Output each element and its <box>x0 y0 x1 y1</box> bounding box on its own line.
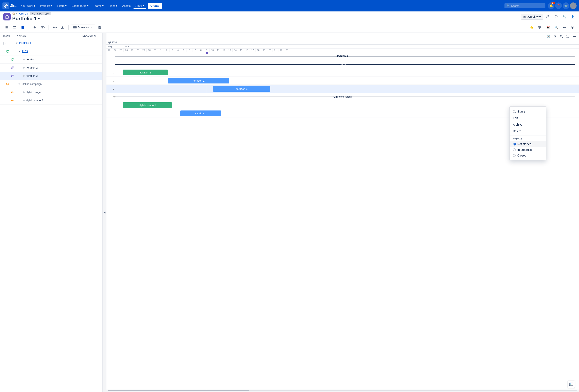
nav-apps[interactable]: Apps ▾ <box>134 3 146 9</box>
search-bar[interactable]: 🔍 Search <box>505 3 545 8</box>
collapse-button[interactable] <box>569 24 576 31</box>
gantt-scrollbar[interactable] <box>106 390 579 392</box>
item-name: Hybrid stage 1 <box>23 91 99 94</box>
view-list-button[interactable] <box>3 24 10 31</box>
gantt-bar-iter3[interactable]: Iteration 3 <box>213 86 270 92</box>
nav-filters[interactable]: Filters ▾ <box>55 3 69 9</box>
expand-icon[interactable]: ↑ <box>113 55 114 58</box>
gantt-zoom-in-button[interactable] <box>559 34 564 39</box>
gantt-bar-hybrid1[interactable]: Hybrid stage 1 <box>123 102 172 108</box>
ctx-delete[interactable]: Delete <box>509 128 546 134</box>
radio-in-progress <box>513 148 516 151</box>
gantt-day: 14 <box>233 49 238 52</box>
svg-rect-23 <box>99 27 101 28</box>
breadcrumb-bar: 🏠 / PORT-20 · NOT STARTED ▾ Portfolio 1 … <box>0 11 579 22</box>
gantt-more-button[interactable]: ••• <box>572 34 577 39</box>
tools-button[interactable]: 🔧 <box>561 13 568 20</box>
gantt-row-hybrid1: Hybrid stage 1 ↓ <box>106 101 579 109</box>
col-header-icon: ICON <box>3 34 15 37</box>
chevron-icon[interactable]: ▼ <box>18 50 20 53</box>
gantt-zoom-out-button[interactable] <box>552 34 558 39</box>
list-item[interactable]: Hybrid stage 2 <box>0 96 102 105</box>
item-link[interactable]: Portfolio 1 <box>19 42 31 45</box>
drop-icon[interactable]: ↓ <box>113 71 114 74</box>
overview-button[interactable]: ⊞ Overview ▾ <box>521 14 543 20</box>
item-label: Iteration 3 <box>26 74 38 77</box>
svg-rect-9 <box>14 26 16 27</box>
drop-icon-2[interactable]: ↓ <box>113 79 114 82</box>
gantt-fullscreen-button[interactable] <box>565 34 571 39</box>
item-dot <box>23 67 25 68</box>
toolbar: ▾ ▾ Essentials* ▾ ⭐ 📅 🔍 ••• <box>0 22 579 33</box>
sort-button[interactable]: ▾ <box>40 24 46 31</box>
list-item[interactable]: Hybrid stage 1 <box>0 88 102 96</box>
scrollbar-thumb[interactable] <box>108 390 249 392</box>
drag-icon[interactable]: ☜ <box>113 63 116 66</box>
export-button[interactable] <box>59 24 66 31</box>
chevron-icon[interactable]: ▼ <box>18 83 20 86</box>
nav-dashboards[interactable]: Dashboards ▾ <box>70 3 90 9</box>
col-header-name[interactable]: NAME <box>15 34 82 37</box>
ctx-status-in-progress[interactable]: In progress <box>509 147 546 153</box>
list-item[interactable]: ▼ Portfolio 1 <box>0 39 102 47</box>
list-item[interactable]: Iteration 2 <box>0 64 102 72</box>
list-item[interactable]: ▼ Online campaign <box>0 80 102 88</box>
drop-hybrid1[interactable]: ↓ <box>113 104 114 107</box>
ctx-edit[interactable]: Edit <box>509 115 546 121</box>
list-item[interactable]: Iteration 1 <box>0 56 102 64</box>
jira-logo[interactable]: Jira <box>2 2 16 9</box>
help-button[interactable]: ❓ <box>555 2 562 9</box>
status-badge[interactable]: NOT STARTED ▾ <box>30 12 51 15</box>
ctx-status-not-started[interactable]: Not started <box>509 141 546 147</box>
scrollbar-track <box>108 390 577 392</box>
item-link[interactable]: ALFA <box>22 50 28 53</box>
context-menu: Configure Edit Archive Delete STATUS Not… <box>509 106 546 160</box>
star-button[interactable]: ⭐ <box>528 24 535 31</box>
item-icon-iter2 <box>11 66 23 69</box>
people-button[interactable]: 👤 <box>569 13 576 20</box>
user-avatar[interactable] <box>570 2 577 9</box>
list-item[interactable]: ▼ ALFA <box>0 47 102 56</box>
filter-button[interactable] <box>536 24 543 31</box>
list-item[interactable]: Iteration 3 <box>0 72 102 80</box>
gantt-row-iter1: Iteration 1 ↓ <box>106 68 579 76</box>
ctx-configure[interactable]: Configure <box>509 108 546 115</box>
col-header-leader[interactable]: LEADER ⚙ <box>82 34 99 37</box>
gantt-bar-iter1[interactable]: Iteration 1 <box>123 69 168 75</box>
chevron-icon[interactable]: ▼ <box>15 42 18 45</box>
add-item-button[interactable] <box>31 24 38 31</box>
gantt-clock-button[interactable]: 🕐 <box>545 34 551 39</box>
drop-icon-3[interactable]: ↓ <box>113 87 114 90</box>
share-button[interactable] <box>545 13 551 20</box>
ctx-status-closed[interactable]: Closed <box>509 153 546 158</box>
mini-map-button[interactable] <box>568 381 575 388</box>
zoom-button[interactable]: 🔍 <box>553 24 559 31</box>
gantt-bar-hybrid2[interactable]: Hybrid s... <box>180 111 221 116</box>
gantt-bar-iter2[interactable]: Iteration 2 <box>168 78 229 83</box>
notifications-button[interactable]: 🔔 9+ <box>548 2 554 9</box>
essentials-button[interactable]: Essentials* ▾ <box>71 25 95 30</box>
calendar-button[interactable]: 📅 <box>545 24 551 31</box>
ctx-archive[interactable]: Archive <box>509 121 546 128</box>
info-button[interactable]: ⓘ <box>553 13 559 20</box>
view-options-button[interactable]: ▾ <box>51 24 58 31</box>
drop-hybrid2[interactable]: ↓ <box>113 112 114 115</box>
nav-plans[interactable]: Plans ▾ <box>106 3 120 9</box>
ctx-status-label: STATUS <box>509 136 546 141</box>
panel-collapse-button[interactable]: ◀ <box>102 33 106 392</box>
save-view-button[interactable] <box>97 24 103 31</box>
nav-projects[interactable]: Projects ▾ <box>38 3 54 9</box>
portfolio-title[interactable]: Portfolio 1 ▾ <box>12 16 51 21</box>
more-button[interactable]: ••• <box>561 24 568 31</box>
project-link[interactable]: PORT-20 <box>18 12 28 15</box>
item-name: Iteration 3 <box>23 74 99 77</box>
settings-icon[interactable]: ⚙ <box>94 34 96 37</box>
nav-assets[interactable]: Assets <box>120 3 133 9</box>
create-button[interactable]: Create <box>148 3 162 9</box>
nav-teams[interactable]: Teams ▾ <box>91 3 106 9</box>
view-gantt-button[interactable] <box>20 24 26 31</box>
nav-your-work[interactable]: Your work ▾ <box>19 3 37 9</box>
drag-online-icon[interactable]: ☜ <box>113 95 116 99</box>
view-timeline-button[interactable] <box>11 24 18 31</box>
settings-button[interactable]: ⚙️ <box>563 2 569 9</box>
